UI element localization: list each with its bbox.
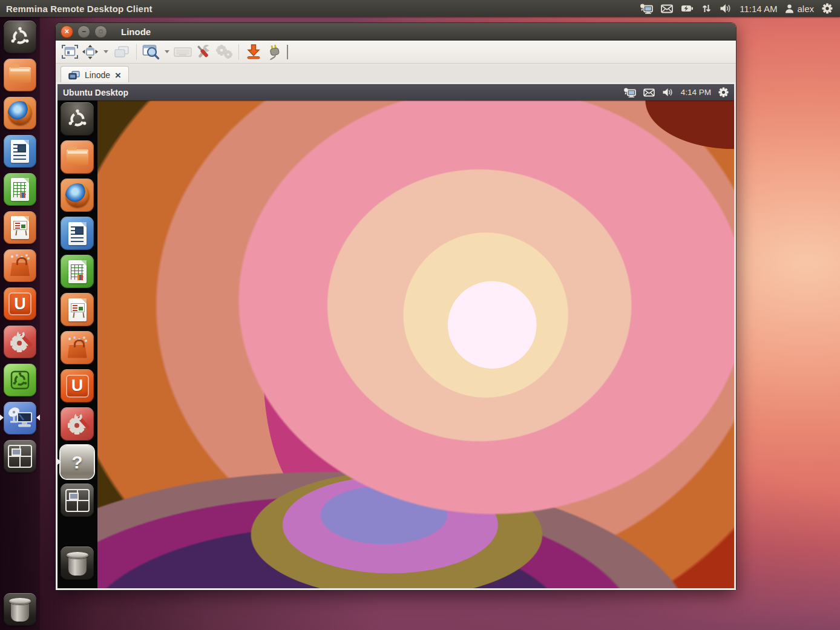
launcher-system-settings[interactable]	[4, 326, 36, 358]
folder-icon	[67, 149, 88, 165]
user-menu[interactable]: alex	[785, 4, 814, 14]
username: alex	[797, 4, 814, 14]
remote-launcher-libreoffice-writer[interactable]	[61, 217, 94, 250]
user-icon	[785, 4, 794, 13]
remote-launcher-libreoffice-impress[interactable]	[61, 293, 94, 326]
mail-icon[interactable]	[643, 88, 655, 97]
launcher-libreoffice-impress[interactable]	[4, 211, 36, 244]
battery-icon[interactable]	[681, 4, 694, 13]
ubuntu-logo-icon	[67, 108, 88, 130]
firefox-icon	[65, 183, 90, 208]
focused-indicator-arrow	[36, 415, 40, 421]
remote-menu-label[interactable]: Ubuntu Desktop	[57, 88, 128, 97]
ubuntu-one-icon: U	[8, 292, 31, 315]
remote-launcher-trash[interactable]	[61, 546, 94, 580]
remote-desktop-icon[interactable]	[623, 88, 636, 97]
minimize-button[interactable]: −	[77, 25, 90, 38]
calc-spreadsheet-icon	[68, 260, 87, 283]
tab-linode[interactable]: Linode ×	[61, 66, 129, 84]
window-titlebar[interactable]: × − □ Linode	[56, 23, 736, 41]
trash-icon	[9, 597, 31, 622]
chevron-down-icon	[103, 50, 108, 53]
remote-indicator-area[interactable]: 4:14 PM	[623, 87, 734, 97]
preferences-gears-button[interactable]	[214, 43, 234, 61]
trash-icon	[67, 551, 88, 576]
duplicate-connection-button[interactable]	[112, 43, 131, 61]
remote-launcher-unknown-app[interactable]: ?	[61, 445, 94, 479]
maximize-button[interactable]: □	[94, 25, 107, 38]
remmina-window: × − □ Linode	[56, 23, 736, 590]
launcher-dash-home[interactable]	[4, 21, 36, 53]
writer-document-icon	[11, 140, 29, 163]
toggle-scaled-mode-button[interactable]	[142, 43, 161, 61]
launcher-libreoffice-writer[interactable]	[4, 135, 36, 168]
launcher-firefox[interactable]	[4, 97, 36, 130]
workspace-grid-icon	[65, 489, 90, 512]
remote-desktop-body: U ?	[57, 100, 734, 588]
chevron-down-icon	[165, 50, 169, 53]
indicator-area[interactable]: 11:14 AM alex	[640, 3, 840, 14]
remote-launcher-libreoffice-calc[interactable]	[61, 255, 94, 288]
toolbar-end-divider	[287, 45, 288, 59]
remote-launcher-system-settings[interactable]	[61, 407, 94, 441]
grab-keyboard-button[interactable]	[173, 43, 192, 61]
gear-wrench-icon	[7, 329, 33, 355]
shopping-bag-icon	[8, 255, 31, 276]
ubuntu-logo-icon	[9, 26, 31, 48]
gear-wrench-icon	[65, 412, 90, 437]
minimize-window-button[interactable]	[244, 43, 263, 61]
remote-launcher-home-folder[interactable]	[61, 140, 94, 174]
launcher-software-updater[interactable]	[4, 364, 36, 396]
toolbar-separator	[136, 44, 137, 60]
remote-clock[interactable]: 4:14 PM	[681, 88, 711, 97]
remote-launcher-dash-home[interactable]	[61, 102, 94, 136]
workspace-grid-icon	[8, 445, 32, 468]
top-panel: Remmina Remote Desktop Client 11:14 AM a…	[0, 0, 840, 17]
remote-top-panel: Ubuntu Desktop 4:14 PM	[57, 84, 734, 100]
remmina-icon	[7, 405, 33, 431]
tab-label: Linode	[85, 70, 110, 80]
session-gear-icon[interactable]	[718, 87, 729, 97]
fit-window-dropdown[interactable]	[101, 43, 111, 61]
close-button[interactable]: ×	[61, 25, 73, 38]
launcher-ubuntu-one[interactable]: U	[4, 287, 36, 320]
remote-launcher-workspace-switcher[interactable]	[61, 484, 94, 517]
impress-presentation-icon	[11, 216, 29, 239]
disconnect-button[interactable]	[264, 43, 284, 61]
tools-button[interactable]	[194, 43, 213, 61]
remote-focused-indicator-arrow	[57, 459, 61, 465]
scaled-mode-dropdown[interactable]	[162, 43, 172, 61]
remote-screen[interactable]: Ubuntu Desktop 4:14 PM	[57, 84, 734, 588]
launcher-libreoffice-calc[interactable]	[4, 173, 36, 206]
launcher-workspace-switcher[interactable]	[4, 440, 36, 473]
connection-toolbar	[56, 41, 736, 64]
remote-desktop-icon[interactable]	[640, 4, 653, 14]
sync-arrows-icon[interactable]	[701, 4, 712, 13]
session-gear-icon[interactable]	[822, 3, 833, 14]
shopping-bag-icon	[66, 338, 89, 358]
ubuntu-emblem-icon	[9, 369, 31, 391]
launcher-home-folder[interactable]	[4, 59, 36, 91]
volume-icon[interactable]	[720, 4, 732, 13]
impress-presentation-icon	[68, 298, 87, 321]
tab-close-icon[interactable]: ×	[115, 70, 121, 80]
remote-launcher-ubuntu-one[interactable]: U	[61, 369, 94, 402]
remote-launcher-firefox[interactable]	[61, 179, 94, 212]
clock[interactable]: 11:14 AM	[740, 4, 777, 14]
fit-window-button[interactable]	[80, 43, 100, 61]
connection-tab-icon	[68, 71, 80, 80]
remote-wallpaper	[97, 100, 734, 588]
volume-icon[interactable]	[662, 88, 674, 97]
toolbar-separator	[238, 44, 239, 60]
remote-unity-launcher: U ?	[57, 100, 97, 588]
remote-launcher-software-center[interactable]	[61, 331, 94, 364]
mail-icon[interactable]	[661, 4, 673, 13]
window-title: Linode	[121, 27, 151, 37]
launcher-remmina[interactable]	[4, 402, 36, 435]
active-app-title: Remmina Remote Desktop Client	[0, 4, 153, 14]
toggle-fullscreen-button[interactable]	[60, 43, 79, 61]
tab-strip: Linode ×	[56, 64, 736, 84]
launcher-software-center[interactable]	[4, 249, 36, 282]
launcher-trash[interactable]	[4, 593, 36, 626]
remote-viewport: Ubuntu Desktop 4:14 PM	[56, 82, 736, 590]
